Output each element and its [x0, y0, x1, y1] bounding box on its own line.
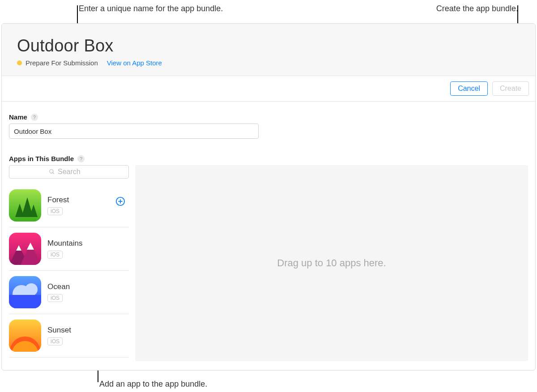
bundle-panel: Outdoor Box Prepare For Submission View …	[1, 23, 536, 371]
svg-marker-10	[16, 245, 21, 251]
help-icon[interactable]: ?	[77, 155, 85, 162]
svg-line-1	[53, 173, 54, 174]
cancel-button[interactable]: Cancel	[450, 81, 488, 96]
apps-section: Apps in This Bundle ?	[9, 155, 528, 361]
name-label: Name	[9, 113, 27, 121]
app-search[interactable]	[9, 165, 129, 179]
name-label-row: Name ?	[9, 113, 528, 121]
callout-add: Add an app to the app bundle.	[99, 379, 207, 389]
apps-label-row: Apps in This Bundle ?	[9, 155, 528, 162]
app-row-forest[interactable]: Forest iOS	[9, 184, 129, 227]
drop-zone-hint: Drag up to 10 apps here.	[277, 257, 386, 269]
app-icon-forest	[9, 189, 41, 222]
app-icon-mountains	[9, 233, 41, 265]
status-text: Prepare For Submission	[26, 59, 98, 67]
bundle-drop-zone[interactable]: Drag up to 10 apps here.	[135, 165, 528, 361]
app-name: Forest	[47, 196, 69, 205]
app-row-ocean[interactable]: Ocean iOS	[9, 271, 129, 314]
panel-header: Outdoor Box Prepare For Submission View …	[2, 24, 535, 76]
callout-name: Enter a unique name for the app bundle.	[79, 4, 223, 13]
svg-marker-11	[27, 243, 34, 250]
page-title: Outdoor Box	[17, 36, 520, 55]
add-app-button[interactable]	[115, 196, 125, 206]
view-on-app-store-link[interactable]: View on App Store	[107, 59, 162, 67]
help-icon[interactable]: ?	[31, 114, 38, 121]
app-meta: Ocean iOS	[47, 282, 70, 302]
app-meta: Mountains iOS	[47, 239, 82, 259]
app-name: Ocean	[47, 282, 70, 291]
platform-badge: iOS	[47, 251, 63, 259]
app-search-input[interactable]	[58, 168, 89, 176]
bundle-row: Forest iOS	[9, 165, 528, 361]
svg-point-0	[50, 170, 53, 173]
form-body: Name ? Apps in This Bundle ?	[2, 102, 535, 368]
app-meta: Sunset iOS	[47, 326, 71, 345]
platform-badge: iOS	[47, 337, 63, 345]
app-icon-ocean	[9, 276, 41, 308]
action-bar: Cancel Create	[2, 76, 535, 102]
search-icon	[49, 169, 55, 175]
svg-point-13	[25, 283, 38, 296]
status-row: Prepare For Submission View on App Store	[17, 59, 520, 67]
app-name: Sunset	[47, 326, 71, 335]
callout-create: Create the app bundle.	[436, 4, 518, 13]
app-list: Forest iOS	[9, 184, 129, 358]
bundle-name-input[interactable]	[9, 124, 259, 139]
create-button[interactable]: Create	[492, 81, 529, 96]
platform-badge: iOS	[47, 207, 63, 215]
app-row-mountains[interactable]: Mountains iOS	[9, 227, 129, 271]
platform-badge: iOS	[47, 294, 63, 302]
app-row-sunset[interactable]: Sunset iOS	[9, 314, 129, 358]
app-icon-sunset	[9, 320, 41, 352]
app-name: Mountains	[47, 239, 82, 248]
apps-label: Apps in This Bundle	[9, 155, 74, 162]
status-dot-icon	[17, 60, 22, 65]
app-meta: Forest iOS	[47, 196, 69, 215]
app-list-column: Forest iOS	[9, 165, 129, 358]
svg-rect-14	[9, 295, 41, 308]
